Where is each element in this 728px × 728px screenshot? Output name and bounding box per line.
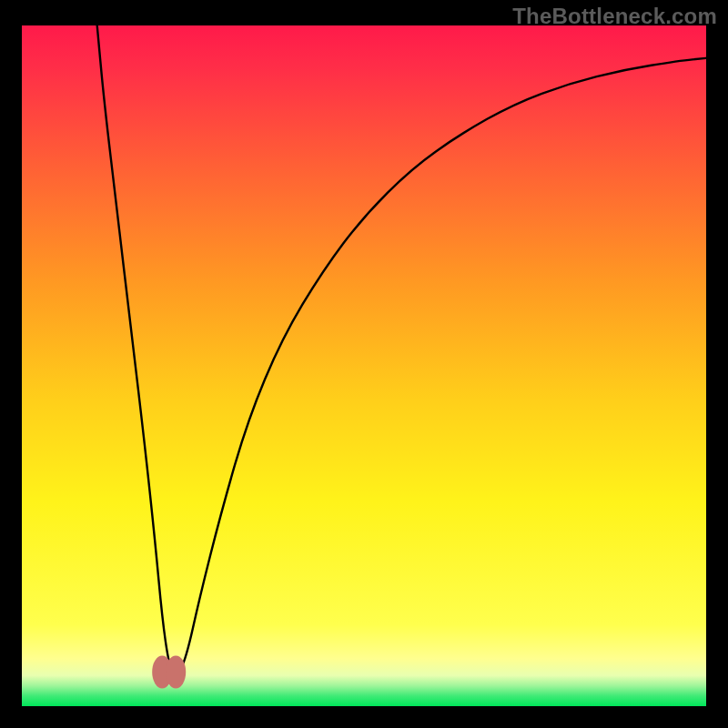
- minimum-markers: [152, 656, 186, 689]
- watermark-label: TheBottleneck.com: [512, 4, 717, 29]
- minimum-right-marker: [166, 656, 186, 689]
- chart-frame: TheBottleneck.com: [0, 0, 728, 728]
- plot-svg: [22, 25, 706, 706]
- bottleneck-plot: [22, 25, 706, 706]
- gradient-background: [22, 25, 706, 706]
